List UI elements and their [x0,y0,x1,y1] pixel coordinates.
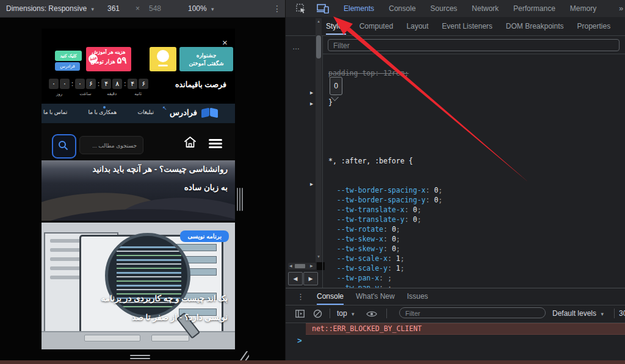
value-marker-badge: 0 [330,77,342,95]
drawer-tab-strip: ConsoleWhat's NewIssues [317,288,428,305]
sidebar-tab-dom-breakpoints[interactable]: DOM Breakpoints [506,17,564,35]
viewport-width-drag-handle[interactable] [237,188,244,211]
article-psychology[interactable]: روانشناسی چیست؟ - هر آنچه باید بدانید به… [42,160,235,221]
banner-close-icon[interactable]: × [222,38,228,47]
css-rules-view[interactable]: padding-top: 12rem; } *, :after, :before… [323,54,621,288]
console-prompt-icon[interactable]: > [297,336,302,345]
css-declaration[interactable]: --tw-pan-x: ; [328,273,502,283]
nav-items: تبلیغاتهمکاری با ماتماس با ما [43,109,154,115]
log-levels-select[interactable]: Default levels ▾ [552,305,604,322]
logo-underline [158,65,168,66]
css-declaration[interactable]: --tw-skew-y: 0; [328,244,502,254]
css-declaration[interactable]: --tw-skew-x: 0; [328,234,502,244]
css-declaration[interactable]: --tw-border-spacing-y: 0; [328,195,502,205]
banner-price[interactable]: هزینه هر آموزش ۵۹ هزار تومان فقط [86,47,131,71]
scroll-down-icon[interactable]: ▼ [316,255,322,259]
nav-item[interactable]: همکاری با ما [88,109,117,115]
scroll-right-icon[interactable]: ▶ [310,263,313,269]
css-overridden-declaration[interactable]: padding-top: 12rem; [328,68,502,78]
countdown-digit: ۴ [128,79,137,89]
clear-console-icon[interactable] [313,309,322,318]
styles-filter-input[interactable]: Filter [328,39,620,51]
banner-brand-chip[interactable]: فرادرس [55,62,80,71]
sidebar-tab-computed[interactable]: Computed [359,17,393,35]
countdown-label: ساعت [80,91,92,96]
search-input[interactable]: جستجوی مطالب ... [79,136,143,154]
scroll-up-icon[interactable]: ▲ [316,20,322,23]
scrollbar-thumb[interactable] [316,35,321,59]
css-declaration[interactable]: --tw-scale-y: 1; [328,263,502,273]
nav-item[interactable]: تماس با ما [43,109,67,115]
banner-festival[interactable]: جشنواره شگفتی آموختن [179,47,233,71]
banner-click-button[interactable]: کلیک کنید [55,51,82,61]
illustration-keyboard [84,335,140,341]
sidebar-tab-properties[interactable]: Properties [577,17,611,35]
scroll-left-icon[interactable]: ◀ [289,263,292,269]
viewport-height-input[interactable]: 548 [149,0,161,17]
more-tabs-icon[interactable]: » [619,0,623,17]
navigate-back-button[interactable]: ◀ [288,272,303,285]
device-toolbar-menu-icon[interactable]: ⋮ [273,0,281,17]
countdown-group: ۴۸دقیقه [101,79,122,96]
css-declaration[interactable]: --tw-border-spacing-x: 0; [328,185,502,195]
divider [614,309,615,318]
styles-pane: Filter padding-top: 12rem; } *, :after, … [322,35,625,288]
toggle-device-toolbar-icon[interactable] [317,4,329,13]
article-backend[interactable]: برنامه نویسی بک اند چیست و چه کاربردی در… [42,223,235,349]
tree-expand-icon[interactable]: ▸ [310,89,313,96]
context-selector[interactable]: top ▾ [337,305,355,322]
console-sidebar-icon[interactable] [295,310,305,318]
live-expression-eye-icon[interactable] [366,310,377,318]
console-toolbar: top ▾ Filter Default levels ▾ 30 [286,305,625,323]
category-badge[interactable]: برنامه نویسی [180,230,229,242]
countdown-label: دقیقه [107,91,117,96]
device-dimensions-bar: Dimensions: Responsive ▾ 361 × 548 100% … [0,0,285,18]
tree-expand-icon[interactable]: ▸ [310,100,313,107]
chevron-down-icon: ▾ [211,6,214,12]
countdown-digit: ۴ [101,79,111,89]
hamburger-menu-icon[interactable] [209,139,222,148]
devtools-tab-network[interactable]: Network [472,0,499,17]
navigate-forward-button[interactable]: ▶ [303,272,318,285]
devtools-tab-performance[interactable]: Performance [513,0,555,17]
home-icon[interactable] [183,135,197,149]
console-error-row[interactable]: net::ERR_BLOCKED_BY_CLIENT [306,323,625,335]
css-declaration[interactable]: --tw-rotate: 0; [328,224,502,234]
brand-name[interactable]: فرادرس [170,108,197,117]
devtools-tab-sources[interactable]: Sources [430,0,457,17]
drawer-tab-console[interactable]: Console [317,288,344,305]
search-button[interactable] [52,134,76,159]
banner-price-number: ۵۹ [117,55,126,65]
css-declaration[interactable]: --tw-translate-y: 0; [328,215,502,224]
dimensions-mode-select[interactable]: Dimensions: Responsive ▾ [6,0,94,18]
nav-item[interactable]: تبلیغات [138,109,154,115]
dom-tree-ellipsis[interactable]: … [292,43,300,51]
countdown-separator: : [71,79,73,89]
drawer-tab-issues[interactable]: Issues [407,288,428,305]
css-declaration[interactable]: --tw-translate-x: 0; [328,205,502,215]
css-declaration[interactable]: --tw-scale-x: 1; [328,254,502,263]
countdown-group: ۰۶ساعت [75,79,96,96]
countdown-digit: ۰ [49,79,59,89]
sidebar-tab-event-listeners[interactable]: Event Listeners [442,17,493,35]
tree-expand-icon[interactable]: ▸ [310,180,313,187]
banner-logo-tile[interactable] [150,47,176,71]
scrollbar-thumb[interactable] [295,264,305,268]
console-filter-input[interactable]: Filter [399,307,546,318]
viewport-width-input[interactable]: 361 [107,0,120,17]
countdown-group: ۰۰روز [49,79,70,96]
css-declaration[interactable]: --tw-pan-y: ; [328,283,502,288]
drawer-tab-what-s-new[interactable]: What's New [356,288,395,305]
chevron-down-icon: ▾ [91,6,94,12]
devtools-tab-console[interactable]: Console [389,0,416,17]
zoom-select[interactable]: 100% ▾ [188,0,214,18]
devtools-panel: ElementsConsoleSourcesNetworkPerformance… [285,0,625,364]
css-selector[interactable]: *, :after, :before { [328,156,502,166]
devtools-tab-memory[interactable]: Memory [570,0,596,17]
countdown-heading: فرصت باقیمانده [173,80,229,89]
sidebar-tab-layout[interactable]: Layout [406,17,428,35]
devtools-tab-elements[interactable]: Elements [344,0,374,17]
inspect-element-icon[interactable] [296,4,306,13]
drawer-menu-icon[interactable]: ⋮ [297,292,305,301]
sidebar-tab-styles[interactable]: Styles [326,17,346,35]
